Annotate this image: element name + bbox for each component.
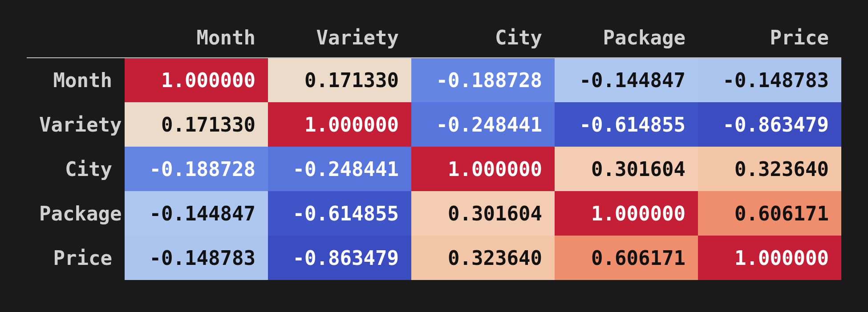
row-header: City [27, 147, 125, 191]
row-header: Variety [27, 102, 125, 147]
heatmap-cell: -0.188728 [125, 147, 268, 191]
col-header: City [411, 18, 555, 58]
heatmap-cell: -0.614855 [555, 102, 698, 147]
row-header: Package [27, 191, 125, 236]
table-row: Month 1.000000 0.171330 -0.188728 -0.144… [27, 58, 841, 102]
heatmap-cell: 1.000000 [125, 58, 268, 102]
table-row: Package -0.144847 -0.614855 0.301604 1.0… [27, 191, 841, 236]
heatmap-cell: 0.606171 [555, 236, 698, 280]
heatmap-cell: 1.000000 [268, 102, 411, 147]
row-header: Price [27, 236, 125, 280]
heatmap-cell: -0.248441 [268, 147, 411, 191]
heatmap-cell: 0.323640 [411, 236, 555, 280]
corner-blank [27, 18, 125, 58]
heatmap-cell: 0.606171 [698, 191, 841, 236]
heatmap-cell: 1.000000 [411, 147, 555, 191]
heatmap-cell: -0.248441 [411, 102, 555, 147]
heatmap-cell: -0.148783 [125, 236, 268, 280]
heatmap-cell: 0.323640 [698, 147, 841, 191]
table-row: City -0.188728 -0.248441 1.000000 0.3016… [27, 147, 841, 191]
heatmap-cell: 1.000000 [555, 191, 698, 236]
heatmap-cell: 0.171330 [268, 58, 411, 102]
heatmap-cell: -0.863479 [698, 102, 841, 147]
row-header: Month [27, 58, 125, 102]
chart-container: Month Variety City Package Price Month 1… [0, 0, 868, 312]
heatmap-cell: -0.144847 [555, 58, 698, 102]
table-row: Variety 0.171330 1.000000 -0.248441 -0.6… [27, 102, 841, 147]
heatmap-cell: 0.301604 [411, 191, 555, 236]
col-header: Package [555, 18, 698, 58]
heatmap-cell: -0.863479 [268, 236, 411, 280]
heatmap-cell: 0.301604 [555, 147, 698, 191]
correlation-heatmap: Month Variety City Package Price Month 1… [27, 18, 841, 280]
col-header: Price [698, 18, 841, 58]
heatmap-cell: 1.000000 [698, 236, 841, 280]
heatmap-cell: 0.171330 [125, 102, 268, 147]
heatmap-cell: -0.144847 [125, 191, 268, 236]
heatmap-cell: -0.148783 [698, 58, 841, 102]
col-header: Month [125, 18, 268, 58]
heatmap-cell: -0.188728 [411, 58, 555, 102]
col-header: Variety [268, 18, 411, 58]
header-row: Month Variety City Package Price [27, 18, 841, 58]
heatmap-cell: -0.614855 [268, 191, 411, 236]
table-row: Price -0.148783 -0.863479 0.323640 0.606… [27, 236, 841, 280]
